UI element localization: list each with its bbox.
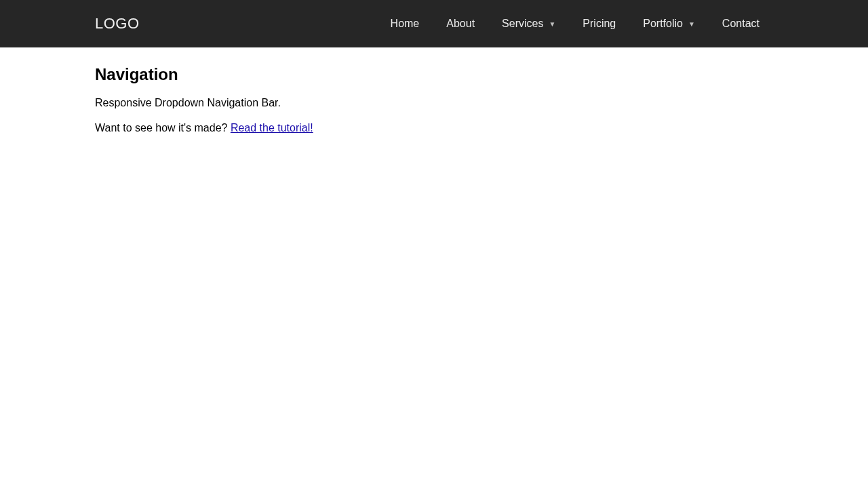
nav-item-label: Pricing — [583, 18, 616, 30]
tutorial-link[interactable]: Read the tutorial! — [231, 122, 313, 134]
nav-item-label: Portfolio — [643, 18, 683, 30]
navbar-inner: LOGO Home About Services ▼ Pricing Portf… — [95, 0, 773, 47]
nav-item-label: About — [446, 18, 475, 30]
nav-item-label: Services — [502, 18, 543, 30]
cta-prefix: Want to see how it's made? — [95, 122, 231, 134]
navbar: LOGO Home About Services ▼ Pricing Portf… — [0, 0, 868, 47]
nav-menu: Home About Services ▼ Pricing Portfolio … — [377, 0, 773, 47]
page-description: Responsive Dropdown Navigation Bar. — [95, 96, 773, 110]
logo[interactable]: LOGO — [95, 15, 140, 33]
nav-item-about[interactable]: About — [433, 0, 488, 47]
nav-item-home[interactable]: Home — [377, 0, 433, 47]
nav-item-contact[interactable]: Contact — [709, 0, 773, 47]
nav-item-portfolio[interactable]: Portfolio ▼ — [629, 0, 709, 47]
nav-item-services[interactable]: Services ▼ — [488, 0, 569, 47]
chevron-down-icon: ▼ — [688, 20, 695, 28]
main-content: Navigation Responsive Dropdown Navigatio… — [95, 47, 773, 136]
nav-item-label: Home — [391, 18, 420, 30]
nav-item-label: Contact — [722, 18, 760, 30]
cta-paragraph: Want to see how it's made? Read the tuto… — [95, 121, 773, 136]
nav-item-pricing[interactable]: Pricing — [569, 0, 629, 47]
page-title: Navigation — [95, 65, 773, 84]
chevron-down-icon: ▼ — [549, 20, 555, 28]
